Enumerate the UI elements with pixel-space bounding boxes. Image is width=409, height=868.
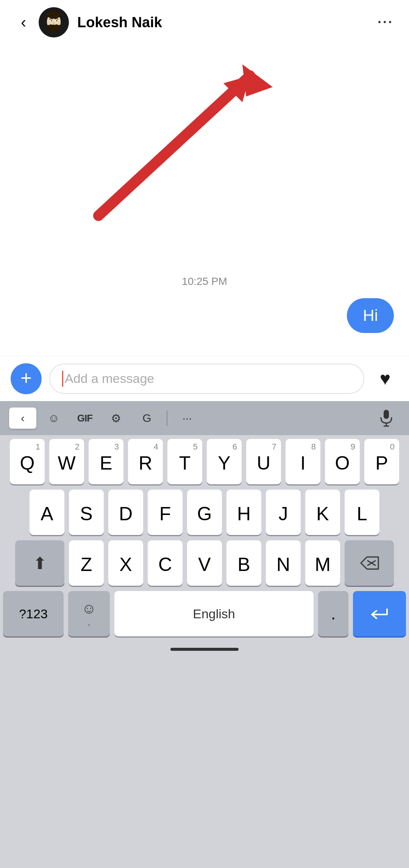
back-button[interactable]: ‹	[12, 11, 35, 34]
key-w[interactable]: 2 W	[49, 439, 84, 484]
timestamp: 10:25 PM	[182, 275, 227, 288]
key-b[interactable]: B	[226, 540, 261, 586]
header: ‹ Lokesh Naik ···	[0, 0, 409, 42]
key-k[interactable]: K	[305, 490, 340, 535]
key-e[interactable]: 3 E	[89, 439, 123, 484]
message-input[interactable]: Add a message	[49, 364, 364, 394]
key-f[interactable]: F	[148, 490, 183, 535]
input-area: + Add a message ♥	[0, 356, 409, 401]
key-enter[interactable]	[353, 591, 406, 636]
keyboard: ‹ ☺ GIF ⚙ G ···	[0, 401, 409, 868]
keyboard-mic-icon	[379, 409, 393, 427]
svg-point-6	[56, 20, 58, 22]
key-numbers-toggle[interactable]: ?123	[3, 591, 64, 636]
key-u[interactable]: 7 U	[246, 439, 281, 484]
avatar	[39, 7, 69, 37]
contact-name: Lokesh Naik	[77, 14, 374, 31]
space-label: English	[193, 607, 235, 621]
key-row-3: ⬆ Z X C V B N M	[3, 540, 406, 586]
keyboard-back-button[interactable]: ‹	[9, 408, 36, 429]
more-options-button[interactable]: ···	[374, 11, 397, 34]
key-v[interactable]: V	[187, 540, 222, 586]
key-h[interactable]: H	[226, 490, 261, 535]
keyboard-emoji-toolbar-icon: ☺	[48, 412, 60, 425]
key-o[interactable]: 9 O	[325, 439, 360, 484]
chat-area: 10:25 PM Hi	[0, 42, 409, 356]
key-n[interactable]: N	[266, 540, 301, 586]
key-period[interactable]: .	[318, 591, 348, 636]
message-bubble-container: Hi	[347, 298, 394, 333]
enter-icon	[369, 606, 390, 621]
input-placeholder: Add a message	[65, 371, 154, 386]
add-button[interactable]: +	[11, 363, 42, 394]
keyboard-gif-button[interactable]: GIF	[71, 408, 98, 429]
keyboard-translate-icon: G	[142, 412, 151, 425]
key-row-2: A S D F G H J K L	[3, 490, 406, 535]
shift-icon: ⬆	[33, 554, 47, 573]
key-g[interactable]: G	[187, 490, 222, 535]
svg-marker-10	[233, 76, 254, 93]
key-j[interactable]: J	[266, 490, 301, 535]
keyboard-back-icon: ‹	[21, 412, 25, 425]
key-rows: 1 Q 2 W 3 E 4 R 5 T 6 Y	[0, 435, 409, 636]
key-backspace[interactable]	[345, 540, 394, 586]
heart-button[interactable]: ♥	[372, 366, 398, 392]
key-i[interactable]: 8 I	[286, 439, 320, 484]
key-l[interactable]: L	[345, 490, 379, 535]
key-x[interactable]: X	[108, 540, 143, 586]
svg-point-5	[51, 20, 52, 22]
key-m[interactable]: M	[305, 540, 340, 586]
key-shift[interactable]: ⬆	[15, 540, 64, 586]
key-p[interactable]: 0 P	[364, 439, 399, 484]
keyboard-separator	[167, 411, 167, 426]
svg-marker-9	[223, 76, 250, 102]
key-y[interactable]: 6 Y	[207, 439, 242, 484]
back-arrow-icon: ‹	[21, 13, 26, 31]
keyboard-gif-icon: GIF	[77, 412, 92, 424]
keyboard-settings-button[interactable]: ⚙	[102, 408, 130, 429]
numbers-toggle-label: ?123	[19, 607, 48, 621]
bottom-bar	[0, 642, 409, 654]
key-r[interactable]: 4 R	[128, 439, 163, 484]
svg-rect-11	[384, 410, 389, 419]
keyboard-emoji-toolbar-button[interactable]: ☺	[40, 408, 67, 429]
keyboard-toolbar: ‹ ☺ GIF ⚙ G ···	[0, 401, 409, 435]
message-bubble: Hi	[347, 298, 394, 333]
period-label: .	[331, 604, 336, 623]
keyboard-translate-button[interactable]: G	[133, 408, 161, 429]
svg-point-2	[47, 11, 61, 19]
home-indicator	[170, 648, 239, 651]
keyboard-more-icon: ···	[182, 412, 192, 425]
svg-line-8	[98, 76, 250, 216]
key-s[interactable]: S	[69, 490, 104, 535]
key-c[interactable]: C	[148, 540, 183, 586]
emoji-icon: ☺	[82, 600, 97, 617]
key-z[interactable]: Z	[69, 540, 104, 586]
key-row-4: ?123 ☺ , English .	[3, 591, 406, 636]
keyboard-gear-icon: ⚙	[111, 412, 121, 425]
keyboard-more-button[interactable]: ···	[173, 408, 201, 429]
key-emoji[interactable]: ☺ ,	[68, 591, 110, 636]
heart-icon: ♥	[380, 368, 391, 389]
backspace-icon	[359, 555, 379, 571]
key-space[interactable]: English	[114, 591, 314, 636]
key-t[interactable]: 5 T	[167, 439, 202, 484]
add-icon: +	[20, 368, 32, 388]
key-a[interactable]: A	[30, 490, 64, 535]
key-d[interactable]: D	[108, 490, 143, 535]
keyboard-mic-button[interactable]	[373, 408, 400, 429]
text-cursor	[62, 371, 63, 387]
more-dots-icon: ···	[378, 14, 393, 30]
svg-point-7	[52, 30, 55, 33]
key-row-1: 1 Q 2 W 3 E 4 R 5 T 6 Y	[3, 439, 406, 484]
annotation-arrow	[61, 53, 280, 235]
key-q[interactable]: 1 Q	[10, 439, 45, 484]
